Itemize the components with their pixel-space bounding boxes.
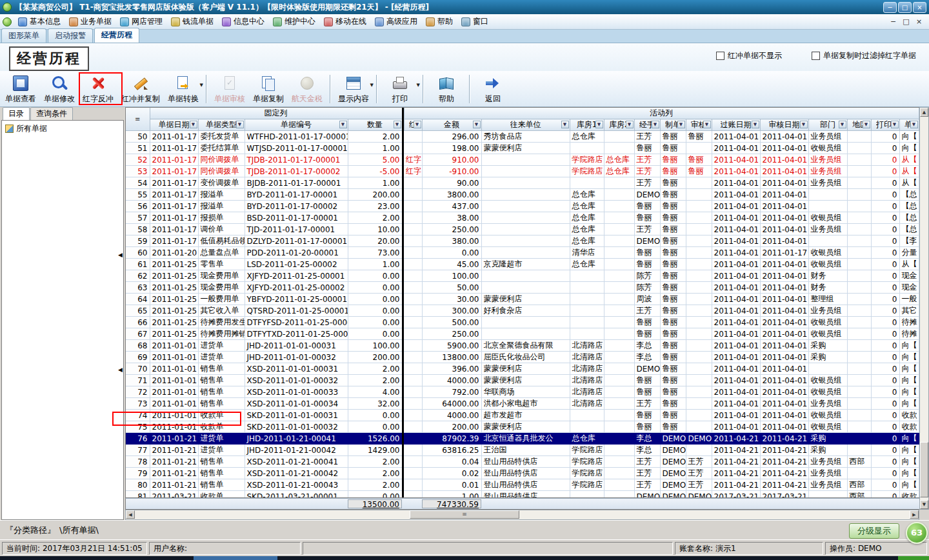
table-row-74[interactable]: 742011-01-01收款单SKD-2011-01-01-000310.004… (126, 410, 919, 421)
scroll-left-icon[interactable]: ◀ (126, 510, 135, 519)
table-row-81[interactable]: 812011-03-21收款单SKD-2011-03-21-000010.001… (126, 491, 919, 499)
column-header-creator[interactable]: 制单人▼ (660, 119, 686, 131)
maximize-button[interactable]: □ (898, 2, 912, 13)
column-header-warehouse1[interactable]: 库房1▼ (570, 119, 604, 131)
menu-item-mobile-online[interactable]: 移动在线 (321, 15, 372, 28)
menu-item-maintenance-center[interactable]: 维护中心 (270, 15, 321, 28)
menu-item-help[interactable]: 帮助 (423, 15, 458, 28)
os-taskbar[interactable] (0, 556, 929, 560)
column-header-date[interactable]: 单据日期▼ (150, 119, 198, 131)
table-row-59[interactable]: 592011-01-17低值易耗品领DZLYD-2011-01-17-00001… (126, 235, 919, 247)
filter-dropdown-icon[interactable]: ▼ (473, 121, 481, 128)
filter-dropdown-icon[interactable]: ▼ (394, 121, 401, 128)
minimize-button[interactable]: ─ (883, 2, 897, 13)
taskbar-item[interactable] (194, 556, 277, 560)
filter-dropdown-icon[interactable]: ▼ (236, 121, 244, 128)
toolbar-help-button[interactable]: 帮助 (427, 74, 466, 105)
vertical-scroll-thumb[interactable] (920, 442, 928, 497)
table-row-54[interactable]: 542011-01-17变价调拨单BJDB-2011-01-17-000011.… (126, 177, 919, 189)
toolbar-red-copy-button[interactable]: 红冲并复制 (117, 74, 164, 105)
mdi-minimize-button[interactable]: ─ (888, 17, 898, 26)
table-row-71[interactable]: 712011-01-01销售单XSD-2011-01-01-000322.004… (126, 375, 919, 386)
level-display-button[interactable]: 分级显示 (849, 523, 899, 539)
column-header-type[interactable]: 单据类型▼ (198, 119, 245, 131)
filter-dropdown-icon[interactable]: ▼ (595, 121, 603, 128)
mdi-close-button[interactable]: × (914, 17, 924, 26)
table-row-76[interactable]: 762011-01-21进货单JHD-2011-01-21-000411526.… (126, 433, 919, 445)
filter-dropdown-icon[interactable]: ▼ (800, 121, 808, 128)
column-header-partner[interactable]: 往来单位▼ (481, 119, 570, 131)
table-row-51[interactable]: 512011-01-17委托结算单WTJSD-2011-01-17-000011… (126, 143, 919, 154)
menu-item-advanced-apps[interactable]: 高级应用 (372, 15, 423, 28)
table-row-65[interactable]: 652011-01-25其它收入单QTSRD-2011-01-25-000010… (126, 305, 919, 317)
horizontal-scrollbar[interactable]: ◀ ≡ ▶ (125, 510, 919, 520)
table-row-63[interactable]: 632011-01-25现金费用单XJFYD-2011-01-25-000020… (126, 282, 919, 294)
horizontal-scroll-thumb[interactable]: ≡ (410, 510, 519, 519)
filter-dropdown-icon[interactable]: ▼ (652, 121, 659, 128)
table-row-57[interactable]: 572011-01-17报损单BSD-2011-01-17-000012.003… (126, 212, 919, 224)
filter-dropdown-icon[interactable]: ▼ (414, 121, 421, 128)
tree-item-all-documents[interactable]: 所有单据 (2, 121, 123, 137)
splitter-arrow-icon[interactable]: ◀ (118, 252, 125, 258)
table-row-55[interactable]: 552011-01-17报溢单BYD-2011-01-17-00001200.0… (126, 189, 919, 201)
scroll-up-icon[interactable]: ▲ (920, 108, 928, 117)
toolbar-back-button[interactable]: 返回 (474, 74, 512, 105)
mdi-restore-button[interactable]: □ (901, 17, 911, 26)
filter-dropdown-icon[interactable]: ▼ (891, 121, 899, 128)
table-row-60[interactable]: 602011-01-20总量盘点单PDD-2011-01-20-0000173.… (126, 247, 919, 259)
menu-item-shop-manage[interactable]: 网店管理 (117, 15, 168, 28)
splitter-arrow-icon[interactable]: ◀ (118, 366, 125, 373)
table-row-69[interactable]: 692011-01-01进货单JHD-2011-01-01-00032200.0… (126, 352, 919, 363)
table-row-73[interactable]: 732011-01-01销售单XSD-2011-01-01-0003432.00… (126, 398, 919, 410)
checkbox-hide-red-docs[interactable]: 红冲单据不显示 (716, 50, 782, 61)
tab-graphic-menu[interactable]: 图形菜单 (1, 28, 46, 43)
toolbar-print-button[interactable]: ▼打印 (381, 74, 419, 105)
table-row-78[interactable]: 782011-01-21销售单XSD-2011-01-21-000412.000… (126, 456, 919, 468)
table-row-58[interactable]: 582011-01-17调价单TJD-2011-01-17-0000110.00… (126, 224, 919, 235)
table-row-52[interactable]: 522011-01-17同价调拨单TJDB-2011-01-17-000015.… (126, 154, 919, 166)
filter-dropdown-icon[interactable]: ▼ (677, 121, 685, 128)
table-row-61[interactable]: 612011-01-25零售单LSD-2011-01-25-000021.004… (126, 259, 919, 270)
column-header-summary[interactable]: 单据摘要▼ (899, 119, 919, 131)
table-row-77[interactable]: 772011-01-21进货单JHD-2011-01-21-000421429.… (126, 445, 919, 456)
dropdown-arrow-icon[interactable]: ▼ (370, 83, 374, 88)
scroll-right-icon[interactable]: ▶ (910, 510, 919, 519)
column-header-region[interactable]: 地区▼ (847, 119, 871, 131)
filter-dropdown-icon[interactable]: ▼ (626, 121, 634, 128)
menu-item-cash-docs[interactable]: 钱流单据 (168, 15, 219, 28)
column-header-dept[interactable]: 部门▼ (808, 119, 847, 131)
table-row-53[interactable]: 532011-01-17同价调拨单TJDB-2011-01-17-00002-5… (126, 166, 919, 177)
assistant-badge[interactable]: 63 (906, 522, 928, 544)
filter-dropdown-icon[interactable]: ▼ (752, 121, 759, 128)
checkbox-filter-red-on-copy[interactable]: 单据复制时过滤掉红字单据 (812, 50, 916, 61)
column-header-handler[interactable]: 经手人▼ (634, 119, 660, 131)
tab-startup-alert[interactable]: 启动报警 (48, 28, 93, 43)
table-row-50[interactable]: 502011-01-17委托发货单WTFHD-2011-01-17-000012… (126, 131, 919, 143)
scroll-down-icon[interactable]: ▼ (920, 500, 928, 509)
table-row-56[interactable]: 562011-01-17报溢单BYD-2011-01-17-0000223.00… (126, 201, 919, 212)
column-header-code[interactable]: 单据编号▼ (245, 119, 348, 131)
sidebar-tab-query-conditions[interactable]: 查询条件 (30, 107, 73, 120)
filter-dropdown-icon[interactable]: ▼ (910, 121, 918, 128)
table-row-79[interactable]: 792011-01-21销售单XSD-2011-01-21-000422.000… (126, 468, 919, 479)
toolbar-doc-view-button[interactable]: 单据查看 (1, 74, 40, 105)
column-header-warehouse2[interactable]: 库房2▼ (604, 119, 634, 131)
column-header-post-date[interactable]: 过账日期▼ (712, 119, 760, 131)
column-header-amount[interactable]: 金额▼ (422, 119, 481, 131)
tab-business-history[interactable]: 经营历程 (94, 28, 139, 43)
column-header-audit-date[interactable]: 审核日期▼ (760, 119, 808, 131)
filter-dropdown-icon[interactable]: ▼ (863, 121, 870, 128)
table-row-72[interactable]: 722011-01-01销售单XSD-2011-01-01-000334.007… (126, 386, 919, 398)
column-header-qty[interactable]: 数量▼ (348, 119, 402, 131)
column-header-auditor[interactable]: 审核人▼ (686, 119, 712, 131)
vertical-scrollbar[interactable]: ▲ ▼ (919, 107, 929, 510)
filter-dropdown-icon[interactable]: ▼ (703, 121, 711, 128)
table-row-66[interactable]: 662011-01-25待摊费用发生DTFYFSD-2011-01-25-000… (126, 317, 919, 328)
menu-item-window[interactable]: 窗口 (458, 15, 494, 28)
menu-item-base-info[interactable]: 基本信息 (15, 15, 66, 28)
toolbar-doc-edit-button[interactable]: 单据修改 (40, 74, 79, 105)
sidebar-tab-catalog[interactable]: 目录 (3, 107, 30, 120)
filter-dropdown-icon[interactable]: ▼ (339, 121, 347, 128)
checkbox-icon[interactable] (812, 52, 820, 60)
dropdown-arrow-icon[interactable]: ▼ (417, 83, 420, 88)
